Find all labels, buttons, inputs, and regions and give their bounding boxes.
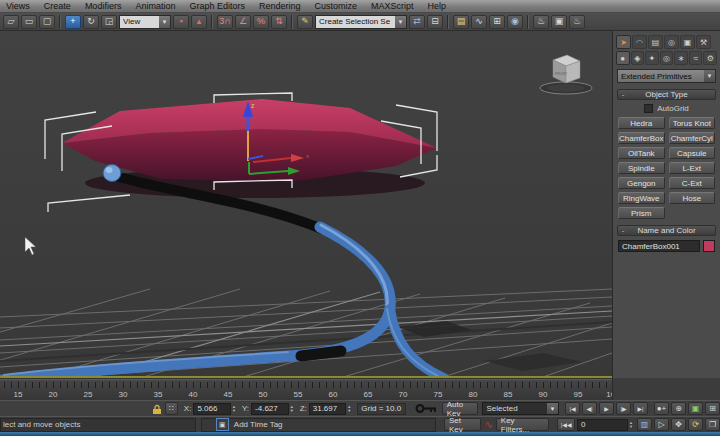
chevron-down-icon[interactable]: ▼: [704, 70, 715, 82]
curve-editor-icon[interactable]: ∿: [471, 15, 487, 29]
object-type-button-torus-knot[interactable]: Torus Knot: [669, 117, 716, 129]
render-production-icon[interactable]: ♨: [569, 15, 585, 29]
chevron-down-icon[interactable]: ▼: [395, 16, 406, 28]
next-frame-button[interactable]: |▶: [616, 402, 631, 415]
set-key-button[interactable]: Set Key: [444, 418, 481, 431]
menu-animation[interactable]: Animation: [135, 0, 175, 12]
menu-views[interactable]: Views: [6, 0, 30, 12]
object-type-button-chamferbox[interactable]: ChamferBox: [618, 132, 665, 144]
tab-motion[interactable]: ◎: [664, 35, 679, 49]
zoom-region-button[interactable]: ▥: [637, 418, 652, 431]
lock-selection-icon[interactable]: [151, 403, 161, 415]
category-space-warps[interactable]: ≈: [689, 51, 703, 65]
x-coordinate-field[interactable]: 5.066: [193, 403, 231, 415]
percent-snap-icon[interactable]: %: [253, 15, 269, 29]
menu-modifiers[interactable]: Modifiers: [85, 0, 122, 12]
maximize-viewport-button[interactable]: ❒: [705, 418, 720, 431]
field-of-view-button[interactable]: ▷: [654, 418, 669, 431]
go-to-start-button[interactable]: |◀: [565, 402, 580, 415]
zoom-button[interactable]: ⊕: [671, 402, 686, 415]
object-type-button-chamfercyl[interactable]: ChamferCyl: [669, 132, 716, 144]
category-geometry[interactable]: ●: [616, 51, 630, 65]
z-coordinate-field[interactable]: 31.697: [309, 403, 347, 415]
object-color-swatch[interactable]: [703, 240, 715, 252]
tab-display[interactable]: ▣: [680, 35, 695, 49]
chevron-down-icon[interactable]: ▼: [159, 16, 170, 28]
key-filters-button[interactable]: Key Filters...: [496, 418, 550, 431]
auto-key-button[interactable]: Auto Key: [442, 402, 479, 415]
select-and-move-icon[interactable]: +: [65, 15, 81, 29]
orbit-button[interactable]: ⟳: [688, 418, 703, 431]
autogrid-checkbox[interactable]: [644, 104, 653, 113]
selection-filter-dropdown[interactable]: Selected ▼: [482, 402, 559, 415]
object-type-button-c-ext[interactable]: C-Ext: [669, 177, 716, 189]
z-spinner[interactable]: ▲▼: [347, 405, 351, 413]
schematic-view-icon[interactable]: ⊞: [489, 15, 505, 29]
object-type-button-ringwave[interactable]: RingWave: [618, 192, 665, 204]
spinner-snap-icon[interactable]: ⇅: [271, 15, 287, 29]
render-setup-icon[interactable]: ♨: [533, 15, 549, 29]
menu-help[interactable]: Help: [428, 0, 447, 12]
tab-hierarchy[interactable]: ▤: [648, 35, 663, 49]
object-type-button-hose[interactable]: Hose: [669, 192, 716, 204]
category-lights[interactable]: ✦: [645, 51, 659, 65]
layer-manager-icon[interactable]: ▤: [453, 15, 469, 29]
menu-create[interactable]: Create: [44, 0, 71, 12]
name-color-rollout-header[interactable]: - Name and Color: [617, 225, 716, 236]
category-helpers[interactable]: ∗: [674, 51, 688, 65]
mirror-icon[interactable]: ⇄: [409, 15, 425, 29]
object-type-button-gengon[interactable]: Gengon: [618, 177, 665, 189]
selection-region-icon[interactable]: ▢: [39, 15, 55, 29]
menu-customize[interactable]: Customize: [314, 0, 357, 12]
pan-button[interactable]: ✥: [671, 418, 686, 431]
rendered-frame-icon[interactable]: ▣: [551, 15, 567, 29]
category-shapes[interactable]: ◈: [631, 51, 645, 65]
category-cameras[interactable]: ◎: [660, 51, 674, 65]
use-pivot-point-icon[interactable]: ▪: [173, 15, 189, 29]
absolute-mode-toggle[interactable]: ∷: [165, 402, 178, 415]
object-type-button-prism[interactable]: Prism: [618, 207, 665, 219]
object-type-button-l-ext[interactable]: L-Ext: [669, 162, 716, 174]
unlink-selection-icon[interactable]: ▭: [21, 15, 37, 29]
object-type-rollout-header[interactable]: - Object Type: [617, 89, 716, 100]
perspective-viewport[interactable]: z x FRONT: [0, 31, 612, 378]
tab-utilities[interactable]: ⚒: [696, 35, 711, 49]
set-keys-key-icon[interactable]: [414, 402, 435, 415]
object-name-input[interactable]: ChamferBox001: [618, 240, 700, 252]
reference-coordinate-dropdown[interactable]: View▼: [119, 15, 171, 29]
object-type-button-capsule[interactable]: Capsule: [669, 147, 716, 159]
key-curve-icon[interactable]: ∿: [484, 419, 492, 430]
jump-to-start-button[interactable]: |◀◀: [557, 418, 575, 431]
tab-modify[interactable]: ◠: [632, 35, 647, 49]
track-bar[interactable]: 1520253035404550556065707580859095100: [0, 378, 612, 400]
select-and-scale-icon[interactable]: ◲: [101, 15, 117, 29]
menu-rendering[interactable]: Rendering: [259, 0, 301, 12]
snap-toggle-3d-icon[interactable]: 3∩: [217, 15, 233, 29]
time-tag-field[interactable]: ▣ Add Time Tag: [201, 418, 436, 432]
select-and-rotate-icon[interactable]: ↻: [83, 15, 99, 29]
align-icon[interactable]: ⊟: [427, 15, 443, 29]
zoom-extents-button[interactable]: ▣: [688, 402, 703, 415]
subcategory-dropdown[interactable]: Extended Primitives ▼: [617, 69, 716, 83]
material-editor-icon[interactable]: ◉: [507, 15, 523, 29]
zoom-extents-all-button[interactable]: ⊞: [705, 402, 720, 415]
y-spinner[interactable]: ▲▼: [290, 405, 294, 413]
key-mode-toggle-button[interactable]: ●+: [654, 402, 669, 415]
object-type-button-hedra[interactable]: Hedra: [618, 117, 665, 129]
tab-create[interactable]: ➤: [616, 35, 631, 49]
chevron-down-icon[interactable]: ▼: [547, 403, 558, 414]
y-coordinate-field[interactable]: -4.627: [251, 403, 289, 415]
edit-named-selections-icon[interactable]: ✎: [297, 15, 313, 29]
angle-snap-icon[interactable]: ∠: [235, 15, 251, 29]
menu-graph-editors[interactable]: Graph Editors: [189, 0, 245, 12]
x-spinner[interactable]: ▲▼: [232, 405, 236, 413]
object-type-button-oiltank[interactable]: OilTank: [618, 147, 665, 159]
category-systems[interactable]: ⚙: [703, 51, 717, 65]
previous-frame-button[interactable]: ◀|: [582, 402, 597, 415]
play-button[interactable]: ▶: [599, 402, 614, 415]
select-and-link-icon[interactable]: ▱: [3, 15, 19, 29]
selection-set-dropdown[interactable]: Create Selection Se▼: [315, 15, 407, 29]
timeline-ruler[interactable]: 1520253035404550556065707580859095100: [0, 379, 612, 401]
frame-spinner[interactable]: ▲▼: [629, 421, 633, 429]
current-frame-field[interactable]: 0: [577, 419, 628, 431]
